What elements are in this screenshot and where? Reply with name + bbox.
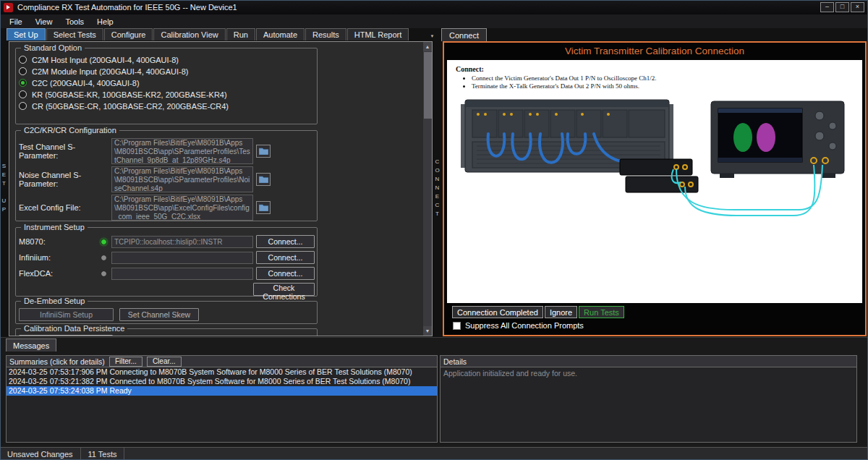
radio-label: C2M Module Input (200GAUI-4, 400GAUI-8) [32, 67, 188, 76]
tab-calibration-view[interactable]: Calibration View [153, 28, 225, 41]
instruction-item: Connect the Victim Generator's Data Out … [472, 74, 862, 82]
configuration-title: C2C/KR/CR Configuration [21, 126, 119, 135]
close-icon[interactable]: × [851, 2, 864, 12]
tab-results[interactable]: Results [305, 28, 346, 41]
ignore-button[interactable]: Ignore [545, 306, 577, 318]
scroll-down-icon[interactable]: ▼ [423, 326, 432, 336]
menu-help[interactable]: Help [90, 16, 120, 27]
test-channel-browse-button[interactable] [256, 145, 271, 158]
filter-button[interactable]: Filter... [109, 357, 142, 367]
scroll-up-icon[interactable]: ▲ [423, 42, 432, 51]
log-row-selected[interactable]: 2024-03-25 07:53:24:038 PM Ready [7, 386, 437, 396]
test-channel-label: Test Channel S-Parameter: [19, 142, 111, 160]
tab-configure[interactable]: Configure [104, 28, 153, 41]
unsaved-changes-status: Unsaved Changes [0, 448, 81, 460]
infiniium-status-led [101, 255, 107, 261]
flexdca-status-led [101, 271, 107, 277]
excel-config-path-field[interactable]: C:\Program Files\BitifEye\M8091B\Apps\M8… [111, 195, 253, 221]
calibration-persistence-button-partial[interactable] [19, 335, 113, 336]
summaries-list[interactable]: 2024-03-25 07:53:17:906 PM Connecting to… [6, 367, 438, 443]
set-channel-skew-button[interactable]: Set Channel Skew [119, 308, 199, 321]
crosstalk-modules [620, 159, 698, 192]
deembed-group: De-Embed Setup InfiniiSim Setup Set Chan… [15, 301, 318, 324]
scrollbar-thumb[interactable] [424, 52, 432, 119]
radio-c2m-module[interactable]: C2M Module Input (200GAUI-4, 400GAUI-8) [19, 67, 315, 75]
infiniium-connect-button[interactable]: Connect... [256, 251, 315, 264]
minimize-icon[interactable]: – [820, 2, 834, 12]
details-pane[interactable]: Application initialized and ready for us… [440, 367, 857, 443]
setup-side-label: SET UP [1, 163, 7, 215]
noise-channel-browse-button[interactable] [256, 173, 271, 186]
connect-panel: Victim Transmitter Calibration Connectio… [443, 41, 867, 336]
flexdca-row: FlexDCA: Connect... [19, 267, 315, 280]
radio-icon[interactable] [19, 102, 27, 110]
excel-config-browse-button[interactable] [256, 201, 271, 214]
test-channel-row: Test Channel S-Parameter: C:\Program Fil… [19, 138, 315, 164]
radio-icon-selected[interactable] [19, 79, 27, 87]
infiniium-address-field[interactable] [111, 252, 253, 264]
deembed-buttons: InfiniiSim Setup Set Channel Skew [19, 308, 315, 321]
tab-set-up[interactable]: Set Up [7, 28, 46, 41]
setup-panel: Standard Option C2M Host Input (200GAUI-… [9, 41, 433, 336]
infiniisim-setup-button[interactable]: InfiniiSim Setup [19, 308, 114, 321]
menu-tools[interactable]: Tools [59, 16, 90, 27]
m8070-address-field[interactable]: TCPIP0::localhost::hislip0::INSTR [111, 236, 253, 248]
run-tests-button[interactable]: Run Tests [579, 306, 624, 318]
connect-side-tab[interactable]: CONNECT [433, 41, 441, 336]
tab-select-tests[interactable]: Select Tests [46, 28, 103, 41]
calibration-persistence-title: Calibration Data Persistence [21, 324, 127, 333]
connection-completed-button[interactable]: Connection Completed [452, 306, 543, 318]
infiniium-row: Infiniium: Connect... [19, 251, 315, 264]
radio-icon[interactable] [19, 90, 27, 98]
m8070-connect-button[interactable]: Connect... [256, 235, 315, 248]
tab-html-report[interactable]: HTML Report [347, 28, 409, 41]
window-title: Compliance RX Test Automation for IEEE 5… [17, 3, 237, 12]
test-channel-path-field[interactable]: C:\Program Files\BitifEye\M8091B\Apps\M8… [111, 138, 253, 164]
menu-view[interactable]: View [29, 16, 59, 27]
connect-buttons-row: Connection Completed Ignore Run Tests [447, 304, 862, 318]
log-row[interactable]: 2024-03-25 07:53:21:382 PM Connected to … [7, 377, 437, 386]
details-header: Details [440, 355, 857, 367]
radio-kr[interactable]: KR (50GBASE-KR, 100GBASE-KR2, 200GBASE-K… [19, 90, 315, 98]
connection-photo-wrap [447, 94, 862, 233]
log-row[interactable]: 2024-03-25 07:53:17:906 PM Connecting to… [7, 367, 437, 377]
suppress-prompts-checkbox[interactable] [453, 322, 461, 330]
clear-button[interactable]: Clear... [147, 357, 182, 367]
check-connections-button[interactable]: Check Connections [253, 283, 315, 296]
setup-scrollbar[interactable]: ▲ ▼ [422, 42, 432, 336]
messages-tab[interactable]: Messages [6, 338, 56, 352]
m8070-label: M8070: [19, 237, 101, 246]
flexdca-address-field[interactable] [111, 268, 253, 280]
tab-connect[interactable]: Connect [441, 28, 487, 41]
excel-config-row: Excel Config File: C:\Program Files\Biti… [19, 195, 315, 221]
details-text: Application initialized and ready for us… [441, 367, 856, 379]
setup-side-tab[interactable]: SET UP [0, 41, 8, 336]
instruction-item: Terminate the X-Talk Generator's Data Ou… [472, 82, 862, 90]
radio-icon[interactable] [19, 56, 27, 64]
folder-icon [259, 148, 268, 155]
maximize-icon[interactable]: □ [835, 2, 849, 12]
flexdca-connect-button[interactable]: Connect... [256, 267, 315, 280]
m8070-status-led [101, 239, 107, 245]
messages-area: Messages Summaries (click for details) F… [0, 337, 868, 447]
radio-c2m-host[interactable]: C2M Host Input (200GAUI-4, 400GAUI-8) [19, 56, 315, 64]
check-connections-row: Check Connections [19, 283, 315, 296]
menu-bar: File View Tools Help [0, 14, 868, 28]
app-icon [4, 3, 13, 12]
radio-cr[interactable]: CR (50GBASE-CR, 100GBASE-CR2, 200GBASE-C… [19, 102, 315, 110]
connect-side-label: CONNECT [434, 158, 441, 219]
tab-overflow-chevron-icon[interactable]: ▼ [428, 32, 436, 40]
radio-c2c[interactable]: C2C (200GAUI-4, 400GAUI-8) [19, 79, 315, 87]
radio-label: KR (50GBASE-KR, 100GBASE-KR2, 200GBASE-K… [32, 90, 227, 99]
connection-instructions-area: Connect: Connect the Victim Generator's … [447, 60, 862, 303]
tab-automate[interactable]: Automate [256, 28, 305, 41]
standard-option-title: Standard Option [21, 43, 85, 52]
tab-run[interactable]: Run [226, 28, 255, 41]
summaries-header: Summaries (click for details) Filter... … [6, 355, 438, 367]
menu-file[interactable]: File [3, 16, 29, 27]
instrument-setup-group: Instrument Setup M8070: TCPIP0::localhos… [15, 227, 318, 297]
suppress-prompts-row: Suppress All Connection Prompts [447, 318, 862, 330]
noise-channel-path-field[interactable]: C:\Program Files\BitifEye\M8091B\Apps\M8… [111, 166, 253, 192]
connect-instructions-header: Connect: [447, 60, 862, 74]
radio-icon[interactable] [19, 67, 27, 75]
